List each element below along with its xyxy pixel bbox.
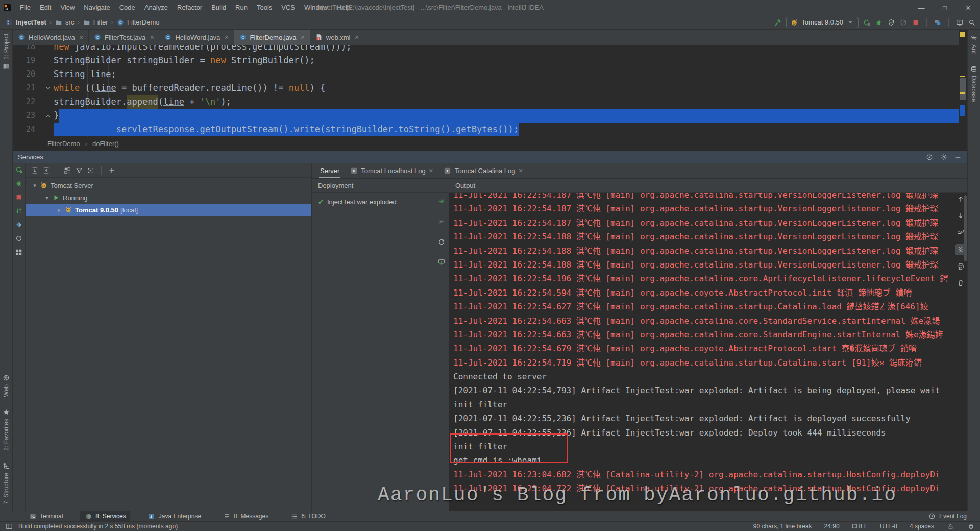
rerun-icon[interactable] [15, 165, 23, 174]
hide-icon[interactable] [954, 153, 962, 161]
tool-strip-button-1-project[interactable]: 1: Project [2, 34, 10, 70]
run-anything-icon[interactable] [955, 18, 964, 27]
minimize-button[interactable]: — [910, 0, 933, 15]
profiler-icon[interactable] [899, 18, 908, 27]
toolwindow-button-6-todo[interactable]: 6: TODO [286, 511, 330, 522]
editor-tab-helloworld-java[interactable]: CHelloWorld.java✕ [13, 30, 89, 45]
scrollbar-thumb[interactable] [960, 78, 966, 100]
print-icon[interactable] [957, 262, 965, 271]
close-icon[interactable]: ✕ [79, 34, 84, 41]
breadcrumb-item-filterdemo[interactable]: CFilterDemo [116, 18, 160, 27]
settings-gear-icon[interactable] [940, 153, 948, 161]
tool-strip-button-2-favorites[interactable]: 2: Favorites [2, 408, 10, 451]
tool-window-toggle-icon[interactable] [5, 522, 13, 530]
lock-icon[interactable] [946, 522, 954, 530]
editor-tab-filtertest-java[interactable]: CFilterTest.java✕ [89, 30, 159, 45]
breadcrumb-class[interactable]: FilterDemo [47, 140, 80, 148]
fold-expand-icon[interactable] [42, 81, 54, 95]
float-window-icon[interactable] [925, 153, 934, 161]
run-icon[interactable] [863, 18, 871, 27]
deploy-icon[interactable] [437, 197, 446, 205]
close-icon[interactable]: ✕ [150, 34, 154, 41]
menu-tools[interactable]: Tools [252, 4, 277, 11]
expanded-arrow-icon[interactable]: ▾ [31, 182, 39, 189]
remote-debug-icon[interactable] [437, 258, 446, 267]
dashboard-icon[interactable] [15, 248, 23, 256]
menu-file[interactable]: File [15, 4, 35, 11]
editor-scrollbar[interactable] [959, 30, 967, 151]
run-tab-tomcat-catalina-log[interactable]: Tomcat Catalina Log✕ [438, 163, 528, 178]
tool-strip-button-web[interactable]: Web [2, 374, 10, 397]
stop-icon[interactable] [15, 193, 23, 201]
run-tab-tomcat-localhost-log[interactable]: Tomcat Localhost Log✕ [345, 163, 438, 178]
search-icon[interactable] [968, 18, 976, 27]
refresh-icon[interactable] [437, 238, 446, 246]
close-icon[interactable]: ✕ [301, 34, 305, 41]
breadcrumb-item-src[interactable]: src [55, 18, 74, 27]
close-icon[interactable]: ✕ [429, 167, 433, 174]
open-projects-icon[interactable] [934, 18, 942, 27]
group-by-icon[interactable] [63, 166, 71, 175]
status-item-90-chars-1-line-break[interactable]: 90 chars, 1 line break [753, 523, 812, 530]
jmx-icon[interactable] [15, 221, 23, 229]
breadcrumb-item-injecttest[interactable]: InjectTest [5, 18, 46, 27]
breadcrumb-method[interactable]: doFilter() [92, 140, 119, 148]
hector-icon[interactable] [967, 522, 975, 530]
status-item-4-spaces[interactable]: 4 spaces [910, 523, 934, 530]
stop-icon[interactable] [912, 18, 920, 27]
editor-tab-filterdemo-java[interactable]: CFilterDemo.java✕ [234, 30, 310, 45]
scroll-end-icon[interactable] [957, 245, 965, 253]
up-icon[interactable] [957, 195, 965, 203]
clear-icon[interactable] [957, 279, 965, 287]
filter-icon[interactable] [75, 166, 83, 175]
expand-all-icon[interactable] [31, 166, 39, 175]
menu-code[interactable]: Code [115, 4, 140, 11]
down-icon[interactable] [957, 211, 965, 220]
breadcrumb-item-filter[interactable]: Filter [83, 18, 108, 27]
menu-navigate[interactable]: Navigate [79, 4, 114, 11]
toolwindow-button-java-enterprise[interactable]: Java Enterprise [143, 511, 205, 522]
status-item-crlf[interactable]: CRLF [852, 523, 868, 530]
undeploy-icon[interactable] [437, 218, 446, 226]
collapse-all-icon[interactable] [42, 166, 51, 175]
editor-tab-web-xml[interactable]: web.xml✕ [310, 30, 364, 45]
add-service-icon[interactable] [108, 166, 116, 175]
run-configuration-dropdown[interactable]: Tomcat 9.0.50 [786, 17, 859, 28]
close-button[interactable]: ✕ [957, 0, 980, 15]
status-item-utf-8[interactable]: UTF-8 [880, 523, 897, 530]
editor-tab-helloword-java[interactable]: CHelloWord.java✕ [159, 30, 234, 45]
run-tab-server[interactable]: Server [315, 163, 345, 178]
status-item-24-90[interactable]: 24:90 [824, 523, 840, 530]
deployment-artifact-row[interactable]: ✔ InjectTest:war exploded [312, 193, 449, 206]
build-hammer-icon[interactable] [774, 18, 782, 27]
soft-wrap-icon[interactable] [957, 228, 965, 236]
tool-strip-button-7-structure[interactable]: 7: Structure [2, 462, 10, 504]
select-in-icon[interactable] [87, 166, 95, 175]
fold-collapse-icon[interactable] [42, 109, 54, 123]
tool-strip-button-database[interactable]: Database [970, 65, 978, 102]
menu-vcs[interactable]: VCS [277, 4, 300, 11]
maximize-button[interactable]: □ [933, 0, 957, 15]
event-log-button[interactable]: Event Log [928, 512, 967, 520]
collapsed-arrow-icon[interactable]: ▸ [55, 207, 63, 213]
code-editor[interactable]: 18 new java.io.InputStreamReader(process… [13, 45, 959, 137]
toolwindow-button-8-services[interactable]: 8: Services [80, 511, 130, 522]
menu-view[interactable]: View [56, 4, 79, 11]
close-icon[interactable]: ✕ [224, 34, 229, 41]
refresh-icon[interactable] [15, 234, 23, 243]
close-icon[interactable]: ✕ [519, 167, 523, 174]
menu-analyze[interactable]: Analyze [140, 4, 173, 11]
status-message[interactable]: Build completed successfully in 2 s 558 … [18, 523, 178, 530]
debug-icon[interactable] [875, 18, 883, 27]
close-icon[interactable]: ✕ [355, 34, 359, 41]
tool-strip-button-ant[interactable]: Ant [970, 34, 978, 54]
toolwindow-button-terminal[interactable]: Terminal [24, 511, 67, 522]
menu-refactor[interactable]: Refactor [173, 4, 207, 11]
deploy-all-icon[interactable] [15, 207, 23, 215]
debug-icon[interactable] [15, 179, 23, 187]
tree-row-running[interactable]: ▾Running [26, 191, 311, 204]
expanded-arrow-icon[interactable]: ▾ [43, 195, 51, 201]
tree-row-tomcat-server[interactable]: ▾Tomcat Server [26, 179, 311, 191]
coverage-icon[interactable] [887, 18, 895, 27]
toolwindow-button-0-messages[interactable]: 0: Messages [218, 511, 273, 522]
